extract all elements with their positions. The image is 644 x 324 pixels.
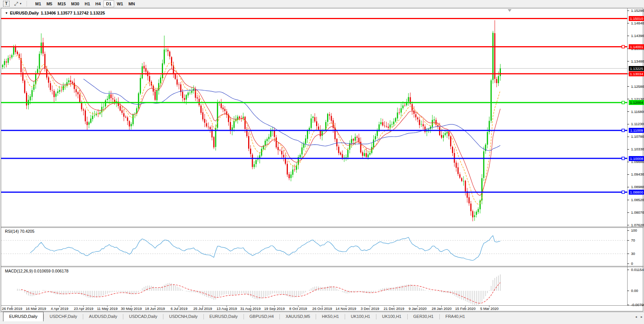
price-line-badge: 1.11009 xyxy=(629,128,644,133)
chart-tab-audusd-daily[interactable]: AUDUSD,Daily xyxy=(83,312,123,321)
rsi-axis-tick: 0 xyxy=(631,261,633,266)
chart-symbol-label: EURUSD,Daily xyxy=(10,11,39,15)
price-line-badge: 1.10008 xyxy=(629,156,644,161)
toolbar-grip xyxy=(26,1,27,6)
timeframe-button-m30[interactable]: M30 xyxy=(68,0,82,7)
price-axis-tick: 1.13480 xyxy=(631,59,644,64)
date-axis-label: 13 Aug 2019 xyxy=(216,306,237,311)
timeframe-button-h1[interactable]: H1 xyxy=(82,0,93,7)
price-axis-tick: 1.10330 xyxy=(631,147,644,152)
timeframe-button-mn[interactable]: MN xyxy=(126,0,137,7)
rsi-axis-tick: 100 xyxy=(631,228,637,233)
price-axis-tick: 1.07620 xyxy=(631,223,644,227)
chevron-down-icon[interactable]: ▼ xyxy=(5,11,8,15)
date-axis-label: 30 May 2019 xyxy=(121,306,142,311)
chart-tab-gbpusd-h4[interactable]: GBPUSD,H4 xyxy=(244,312,280,321)
date-axis-label: 6 Jul 2019 xyxy=(171,306,187,311)
price-line-badge: 1.08800 xyxy=(629,190,644,195)
date-axis-label: 19 Sep 2019 xyxy=(264,306,285,311)
chart-tab-bar: EURUSD,DailyUSDCHF,DailyAUDUSD,DailyUSDC… xyxy=(0,312,644,321)
rsi-axis-tick: 30 xyxy=(631,251,635,256)
chart-tab-hk50-h1[interactable]: HK50,H1 xyxy=(316,312,345,321)
rsi-indicator-label: RSI(14) 70.4205 xyxy=(5,229,34,234)
mt4-application: { "toolbar": { "text_tool_label": "T", "… xyxy=(0,0,644,324)
current-price-badge: 1.13225 xyxy=(629,66,644,71)
chart-shift-marker[interactable] xyxy=(508,9,512,12)
macd-axis-tick: 0.00 xyxy=(631,289,638,293)
date-axis-label: 4 Apr 2019 xyxy=(51,306,68,311)
price-line-badge: 1.13034 xyxy=(629,71,644,76)
chart-tab-eurusd-daily[interactable]: EURUSD,Daily xyxy=(204,312,244,321)
timeframe-button-m15[interactable]: M15 xyxy=(55,0,68,7)
date-axis-label: 26 Feb 2019 xyxy=(2,306,22,311)
tab-scroll-left-icon[interactable]: ◂ xyxy=(635,315,637,319)
timeframe-button-group: M1M5M15M30H1H4D1W1MN xyxy=(32,0,137,7)
chart-canvas[interactable] xyxy=(1,8,644,312)
timeframe-button-w1[interactable]: W1 xyxy=(114,0,126,7)
chart-window-content: ▼ EURUSD,Daily 1.13406 1.13577 1.12742 1… xyxy=(1,8,643,311)
chart-title[interactable]: ▼ EURUSD,Daily 1.13406 1.13577 1.12742 1… xyxy=(5,11,105,15)
price-axis-tick: 1.12580 xyxy=(631,84,644,89)
price-axis-tick: 1.11680 xyxy=(631,110,644,114)
price-axis-tick: 1.08980 xyxy=(631,185,644,189)
price-axis-tick: 1.14840 xyxy=(631,21,644,26)
timeframe-button-m1[interactable]: M1 xyxy=(32,0,44,7)
date-axis-label: 28 Jan 2020 xyxy=(432,306,452,311)
date-axis-label: 5 Mar 2020 xyxy=(480,306,499,311)
chart-tab-fra40-h1[interactable]: FRA40,H1 xyxy=(440,312,471,321)
price-axis-tick: 1.11230 xyxy=(631,122,644,126)
date-axis-label: 15 Feb 2020 xyxy=(455,306,475,311)
macd-indicator-label: MACD(12,26,9) 0.010659 0.006178 xyxy=(5,269,68,273)
chart-tab-usdcad-daily[interactable]: USDCAD,Daily xyxy=(123,312,163,321)
date-axis-label: 31 Aug 2019 xyxy=(240,306,260,311)
chart-tab-eurusd-daily[interactable]: EURUSD,Daily xyxy=(3,312,44,321)
price-line-badge: 1.15010 xyxy=(629,16,644,21)
rsi-axis-tick: 70 xyxy=(631,238,635,243)
date-axis-label: 14 Nov 2019 xyxy=(336,306,356,311)
chart-window: ▼ EURUSD,Daily 1.13406 1.13577 1.12742 1… xyxy=(1,8,643,311)
price-axis-tick: 1.09430 xyxy=(631,172,644,177)
chevron-down-icon[interactable]: ▼ xyxy=(19,2,22,5)
date-axis-label: 23 Apr 2019 xyxy=(74,306,93,311)
chart-tab-usdcnh-daily[interactable]: USDCNH,Daily xyxy=(163,312,203,321)
price-line-badge: 1.14001 xyxy=(629,44,644,49)
date-axis-label: 8 Oct 2019 xyxy=(289,306,307,311)
price-line-badge: 1.12004 xyxy=(629,100,644,105)
date-axis-label: 16 Mar 2019 xyxy=(26,306,46,311)
date-axis-label: 21 Dec 2019 xyxy=(384,306,404,311)
timeframe-button-d1[interactable]: D1 xyxy=(103,0,114,7)
date-axis-label: 26 Oct 2019 xyxy=(312,306,332,311)
timeframe-button-h4[interactable]: H4 xyxy=(93,0,103,7)
date-axis-label: 18 Jun 2019 xyxy=(145,306,165,311)
top-toolbar: T ⤢ ▼ M1M5M15M30H1H4D1W1MN xyxy=(0,0,644,8)
chart-tab-uk100-h1[interactable]: UK100,H1 xyxy=(376,312,407,321)
date-axis-label: 9 Jan 2020 xyxy=(408,306,426,311)
chart-ohlc-values: 1.13406 1.13577 1.12742 1.13225 xyxy=(41,11,105,15)
chart-tab-uk100-h1[interactable]: UK100,H1 xyxy=(345,312,376,321)
arrange-charts-icon[interactable]: ⤢ xyxy=(14,1,18,7)
chart-tab-xauusd-m5[interactable]: XAUUSD,M5 xyxy=(280,312,316,321)
macd-axis-tick: 0.011543 xyxy=(631,268,644,272)
date-axis-label: 25 Jul 2019 xyxy=(193,306,212,311)
tab-scroll-right-icon[interactable]: ▸ xyxy=(641,315,642,319)
chart-tab-ger30-h1[interactable]: GER30,H1 xyxy=(408,312,439,321)
price-axis-tick: 1.15290 xyxy=(631,8,644,13)
price-axis-tick: 1.08520 xyxy=(631,198,644,202)
date-axis-label: 11 May 2019 xyxy=(97,306,118,311)
macd-axis-tick: -0.007908 xyxy=(631,303,644,307)
chart-tab-usdchf-daily[interactable]: USDCHF,Daily xyxy=(44,312,83,321)
price-axis-tick: 1.14390 xyxy=(631,34,644,38)
price-axis-tick: 1.10780 xyxy=(631,134,644,139)
text-tool-button[interactable]: T xyxy=(3,1,10,6)
price-axis-tick: 1.08070 xyxy=(631,210,644,215)
date-axis-label: 3 Dec 2019 xyxy=(361,306,379,311)
timeframe-button-m5[interactable]: M5 xyxy=(44,0,55,7)
